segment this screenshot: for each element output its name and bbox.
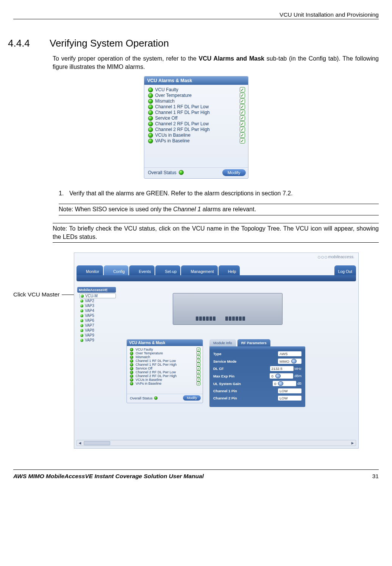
overall-status-label: Overall Status [148, 170, 176, 175]
toggle-icon[interactable] [291, 359, 297, 363]
alarm-row: Channel 2 RF DL Pwr Low✓ [148, 121, 245, 127]
param-row: TypeAWS [213, 350, 301, 357]
tree-item[interactable]: VAP7 [77, 323, 116, 328]
param-unit: MHz [295, 367, 302, 371]
tab-config[interactable]: Config [104, 265, 128, 275]
status-led-icon [148, 110, 153, 115]
alarm-row: Service Off✓ [148, 115, 245, 121]
mask-checkbox[interactable]: ✓ [197, 374, 200, 378]
tab-events[interactable]: Events [129, 265, 155, 275]
alarm-label: Channel 1 RF DL Pwr High [136, 363, 176, 366]
alarm-row: Service Off✓ [130, 366, 200, 370]
setup-icon [159, 269, 163, 273]
panel-footer: Overall Status Modify [144, 167, 248, 178]
status-led-icon [130, 371, 133, 374]
events-icon [133, 269, 137, 273]
alarm-label: VCUs in Baseline [136, 378, 162, 382]
tree-item[interactable]: VAP6 [77, 318, 116, 323]
mini-alarm-list: VCU Faulty✓ Over Temperature✓ Mismatch✓ … [127, 346, 203, 385]
status-led-icon [80, 309, 83, 312]
note-siso: Note: When SISO service is used only the… [59, 204, 379, 215]
param-key: Channel 1 Pin [213, 389, 237, 393]
alarm-label: Channel 2 RF DL Pwr High [155, 127, 210, 132]
param-value: LOW [278, 396, 301, 401]
mask-checkbox[interactable]: ✓ [197, 366, 200, 370]
mask-checkbox[interactable]: ✓ [197, 382, 200, 385]
mask-checkbox[interactable]: ✓ [240, 104, 245, 109]
overall-status-label: Overall Status [130, 396, 153, 400]
mask-checkbox[interactable]: ✓ [240, 138, 245, 143]
mask-checkbox[interactable]: ✓ [240, 93, 245, 98]
mask-checkbox[interactable]: ✓ [240, 98, 245, 104]
param-row: Channel 2 PinLOW [213, 394, 301, 402]
mask-checkbox[interactable]: ✓ [240, 110, 245, 115]
alarm-row: Mismatch✓ [148, 98, 245, 104]
param-unit: dBm [294, 374, 301, 378]
horizontal-scrollbar[interactable]: ◄ ► [77, 440, 356, 446]
alarm-list: VCU Faulty✓ Over Temperature✓ Mismatch✓ … [144, 85, 248, 145]
mask-checkbox[interactable]: ✓ [197, 378, 200, 382]
section-number: 4.4.4 [8, 37, 50, 49]
param-unit: dB [297, 382, 301, 385]
alarm-row: VCUs in Baseline✓ [148, 133, 245, 138]
param-key: DL CF [213, 366, 224, 371]
param-row: Max Exp Pin0dBm [213, 372, 301, 380]
tree-item[interactable]: VAP2 [77, 298, 116, 303]
tab-help[interactable]: Help [219, 265, 240, 275]
mask-checkbox[interactable]: ✓ [197, 370, 200, 374]
status-led-icon [148, 116, 153, 121]
status-led-icon [80, 319, 83, 322]
mask-checkbox[interactable]: ✓ [197, 363, 200, 366]
config-icon [108, 269, 112, 273]
tab-rf-parameters[interactable]: RF Parameters [237, 339, 270, 346]
modify-button[interactable]: Modify [222, 169, 246, 176]
param-value[interactable]: 2132.5 [270, 366, 294, 371]
tree-item[interactable]: VAP9 [77, 338, 116, 343]
status-led-icon [80, 324, 83, 327]
mask-checkbox[interactable]: ✓ [197, 355, 200, 359]
tree-item[interactable]: VAP5 [77, 313, 116, 318]
status-led-icon [80, 334, 83, 337]
tree-item[interactable]: VAP4 [77, 308, 116, 313]
alarm-row: Over Temperature✓ [148, 93, 245, 98]
alarm-row: Channel 1 RF DL Pwr High✓ [130, 363, 200, 366]
brand-text: mobileaccess. [328, 254, 355, 259]
param-key: Channel 2 Pin [213, 396, 237, 400]
scroll-right-icon[interactable]: ► [350, 441, 356, 445]
scroll-left-icon[interactable]: ◄ [77, 441, 83, 445]
param-value: MIMO [278, 359, 301, 364]
tab-module-info[interactable]: Module Info [209, 339, 236, 346]
tree-item[interactable]: VAP3 [77, 303, 116, 308]
note1-b: Channel 1 [173, 206, 201, 212]
tree-item[interactable]: VAP9 [77, 333, 116, 338]
mask-checkbox[interactable]: ✓ [240, 127, 245, 132]
footer-rule [13, 469, 379, 470]
mask-checkbox[interactable]: ✓ [197, 359, 200, 363]
alarm-label: VCU Faulty [136, 348, 153, 351]
toggle-icon[interactable] [275, 374, 281, 378]
status-led-icon [130, 352, 133, 355]
param-text: 0 [274, 382, 276, 386]
mini-panel-title: VCU Alarms & Mask [127, 340, 203, 346]
status-led-icon [130, 356, 133, 359]
mask-checkbox[interactable]: ✓ [240, 133, 245, 138]
status-led-icon [80, 299, 83, 302]
alarm-row: VCU Faulty✓ [148, 87, 245, 93]
toggle-icon[interactable] [278, 381, 283, 386]
mask-checkbox[interactable]: ✓ [240, 87, 245, 92]
tree-label: VAP6 [85, 318, 94, 323]
tree-label: VAP9 [85, 338, 94, 342]
modify-button[interactable]: Modify [183, 395, 201, 401]
tab-monitor[interactable]: Monitor [77, 265, 103, 275]
tab-management[interactable]: Management [181, 265, 217, 275]
logout-button[interactable]: Log Out [334, 265, 356, 275]
mask-checkbox[interactable]: ✓ [197, 351, 200, 355]
tree-item[interactable]: VAP8 [77, 328, 116, 333]
annotation-leader-line [62, 295, 74, 295]
tree-item-vcu-m[interactable]: VCU-M [80, 293, 116, 298]
mask-checkbox[interactable]: ✓ [240, 121, 245, 126]
tab-setup[interactable]: Set-up [155, 265, 180, 275]
mask-checkbox[interactable]: ✓ [240, 115, 245, 121]
scroll-thumb[interactable] [84, 441, 110, 445]
mask-checkbox[interactable]: ✓ [197, 348, 200, 351]
